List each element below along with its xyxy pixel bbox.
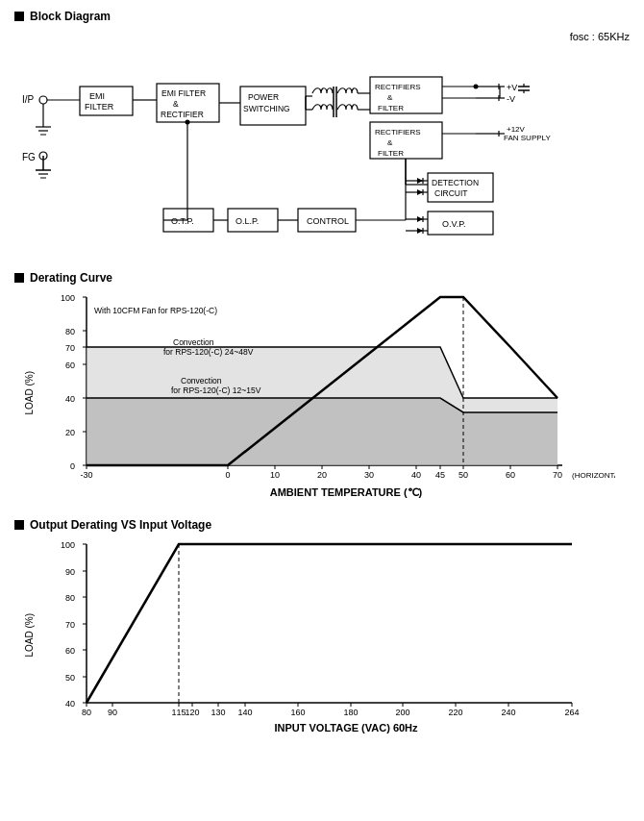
svg-text:70: 70 <box>553 470 562 480</box>
svg-text:240: 240 <box>501 708 515 717</box>
svg-text:-V: -V <box>507 94 515 104</box>
svg-text:&: & <box>173 99 179 109</box>
output-derating-section: Output Derating VS Input Voltage LOAD (%… <box>14 518 630 734</box>
svg-text:O.L.P.: O.L.P. <box>235 216 259 226</box>
svg-text:I/P: I/P <box>22 94 35 105</box>
svg-text:200: 200 <box>395 708 409 717</box>
header-square-icon3 <box>14 520 24 530</box>
svg-text:180: 180 <box>343 708 358 717</box>
svg-text:90: 90 <box>65 567 75 577</box>
svg-text:SWITCHING: SWITCHING <box>243 104 290 113</box>
svg-text:140: 140 <box>237 708 252 717</box>
svg-text:160: 160 <box>290 708 305 717</box>
block-diagram-title: Block Diagram <box>30 10 111 23</box>
svg-text:10: 10 <box>270 470 280 480</box>
svg-text:120: 120 <box>185 708 199 717</box>
svg-point-43 <box>474 85 479 89</box>
svg-text:80: 80 <box>65 593 75 603</box>
svg-text:90: 90 <box>108 708 117 717</box>
svg-text:60: 60 <box>506 470 515 480</box>
svg-text:80: 80 <box>82 708 91 717</box>
svg-text:115: 115 <box>171 708 186 717</box>
header-square-icon2 <box>14 273 24 283</box>
svg-text:80: 80 <box>65 327 75 336</box>
block-diagram-section: Block Diagram fosc : 65KHz I/P FG <box>14 10 630 252</box>
svg-text:30: 30 <box>364 470 374 480</box>
svg-text:CIRCUIT: CIRCUIT <box>434 188 467 198</box>
svg-text:220: 220 <box>448 708 462 717</box>
svg-text:RECTIFIERS: RECTIFIERS <box>375 128 421 137</box>
svg-text:45: 45 <box>435 470 445 480</box>
svg-text:Convection: Convection <box>173 337 214 347</box>
fosc-label: fosc : 65KHz <box>570 31 630 42</box>
svg-text:Convection: Convection <box>181 376 222 386</box>
output-derating-header: Output Derating VS Input Voltage <box>14 518 630 532</box>
svg-text:RECTIFIERS: RECTIFIERS <box>375 83 421 91</box>
output-derating-chart-svg: 100 90 80 70 60 50 40 80 <box>38 539 606 732</box>
block-diagram-svg: I/P FG EMI FILTER <box>14 31 630 247</box>
svg-text:40: 40 <box>65 394 75 404</box>
svg-text:0: 0 <box>225 470 230 480</box>
svg-text:RECTIFIER: RECTIFIER <box>161 110 204 119</box>
svg-point-7 <box>39 96 47 104</box>
svg-text:O.T.P.: O.T.P. <box>171 216 194 226</box>
svg-text:+12V: +12V <box>507 125 526 134</box>
svg-text:EMI FILTER: EMI FILTER <box>161 88 206 98</box>
svg-text:CONTROL: CONTROL <box>307 216 349 226</box>
output-derating-title: Output Derating VS Input Voltage <box>30 518 211 532</box>
svg-text:(HORIZONTAL): (HORIZONTAL) <box>572 471 615 480</box>
svg-text:20: 20 <box>65 428 75 437</box>
svg-text:FILTER: FILTER <box>85 102 114 112</box>
svg-text:FILTER: FILTER <box>378 104 404 112</box>
svg-text:60: 60 <box>65 646 75 656</box>
svg-text:EMI: EMI <box>89 91 105 101</box>
derating-section: Derating Curve LOAD (%) 100 80 7 <box>14 271 630 499</box>
svg-text:O.V.P.: O.V.P. <box>442 219 466 229</box>
svg-text:20: 20 <box>317 470 327 480</box>
svg-text:50: 50 <box>65 673 75 683</box>
svg-text:60: 60 <box>65 361 75 370</box>
svg-text:for RPS-120(-C) 12~15V: for RPS-120(-C) 12~15V <box>171 386 261 395</box>
output-derating-y-label: LOAD (%) <box>24 613 35 658</box>
svg-text:-30: -30 <box>80 470 92 480</box>
svg-text:With 10CFM Fan for RPS-120(-C): With 10CFM Fan for RPS-120(-C) <box>94 306 217 315</box>
svg-text:FAN SUPPLY: FAN SUPPLY <box>504 134 551 142</box>
svg-text:130: 130 <box>211 708 225 717</box>
svg-text:POWER: POWER <box>248 92 279 102</box>
svg-point-88 <box>186 120 190 125</box>
svg-text:70: 70 <box>65 343 75 353</box>
svg-text:FG: FG <box>22 152 36 162</box>
svg-text:DETECTION: DETECTION <box>432 178 479 187</box>
svg-text:100: 100 <box>61 293 75 303</box>
svg-text:&: & <box>387 138 393 147</box>
svg-text:0: 0 <box>70 461 75 471</box>
svg-text:264: 264 <box>564 708 579 717</box>
derating-title: Derating Curve <box>30 271 112 285</box>
block-diagram-header: Block Diagram <box>14 10 630 23</box>
header-square-icon <box>14 12 24 21</box>
derating-chart-svg: 100 80 70 60 40 20 0 <box>38 292 615 494</box>
derating-header: Derating Curve <box>14 271 630 285</box>
svg-text:+V: +V <box>507 83 517 92</box>
svg-text:40: 40 <box>65 699 75 709</box>
svg-text:70: 70 <box>65 620 75 630</box>
block-diagram-area: fosc : 65KHz I/P FG <box>14 31 630 252</box>
derating-y-label: LOAD (%) <box>24 371 35 415</box>
svg-text:50: 50 <box>458 470 468 480</box>
svg-text:&: & <box>387 93 393 102</box>
svg-text:for RPS-120(-C) 24~48V: for RPS-120(-C) 24~48V <box>163 347 254 357</box>
svg-text:FILTER: FILTER <box>378 149 404 158</box>
svg-text:100: 100 <box>61 540 75 550</box>
svg-text:40: 40 <box>411 470 421 480</box>
